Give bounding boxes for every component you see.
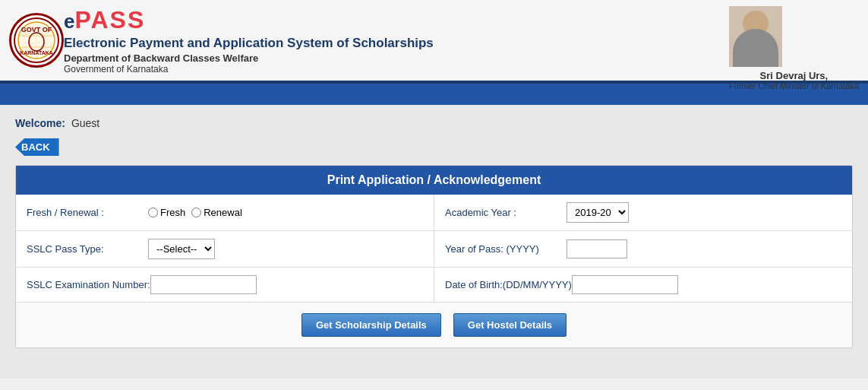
fresh-option-label[interactable]: Fresh <box>148 207 185 218</box>
person-photo <box>729 6 782 67</box>
dob-label: Date of Birth:(DD/MM/YYYY) <box>445 279 572 290</box>
sslc-exam-number-label: SSLC Examination Number: <box>27 279 150 290</box>
karnataka-logo: GOVT OF KARNATAKA <box>9 13 64 68</box>
sslc-pass-type-cell: SSLC Pass Type: --Select-- <box>16 231 434 267</box>
fresh-radio[interactable] <box>148 208 158 217</box>
header-person: Sri Devraj Urs, Former Chief Minister of… <box>729 6 859 90</box>
button-row: Get Scholarship Details Get Hostel Detai… <box>16 302 852 347</box>
year-of-pass-label: Year of Pass: (YYYY) <box>445 243 567 255</box>
svg-text:KARNATAKA: KARNATAKA <box>20 50 53 55</box>
academic-year-label: Academic Year : <box>445 207 567 218</box>
sslc-exam-number-input[interactable] <box>150 275 257 294</box>
form-row-2: SSLC Pass Type: --Select-- Year of Pass:… <box>16 230 852 267</box>
welcome-label: Welcome: <box>15 117 65 129</box>
fresh-option-text: Fresh <box>160 207 185 218</box>
sslc-pass-type-label: SSLC Pass Type: <box>27 243 148 255</box>
person-role: Former Chief Minister of Karnataka <box>729 81 859 90</box>
brand-e: e <box>64 10 74 33</box>
welcome-bar: Welcome: Guest <box>15 117 853 129</box>
welcome-user: Guest <box>71 117 99 129</box>
back-button[interactable]: BACK <box>15 138 59 156</box>
fresh-renewal-label: Fresh / Renewal : <box>27 207 148 218</box>
dob-input[interactable] <box>572 275 678 294</box>
content-area: Welcome: Guest BACK Print Application / … <box>0 105 868 379</box>
academic-year-select[interactable]: 2019-20 2018-19 2017-18 2016-17 <box>567 202 629 223</box>
form-body: Fresh / Renewal : Fresh Renewal Academic <box>16 195 852 347</box>
fresh-renewal-radio-group: Fresh Renewal <box>148 207 242 218</box>
fresh-renewal-cell: Fresh / Renewal : Fresh Renewal <box>16 195 434 230</box>
year-of-pass-cell: Year of Pass: (YYYY) <box>434 231 852 267</box>
form-row-3: SSLC Examination Number: Date of Birth:(… <box>16 267 852 302</box>
get-hostel-button[interactable]: Get Hostel Details <box>453 313 567 337</box>
get-scholarship-button[interactable]: Get Scholarship Details <box>301 313 441 337</box>
renewal-option-text: Renewal <box>204 207 242 218</box>
form-row-1: Fresh / Renewal : Fresh Renewal Academic <box>16 195 852 230</box>
header: GOVT OF KARNATAKA e PASS Electronic Paym… <box>0 0 868 84</box>
dob-cell: Date of Birth:(DD/MM/YYYY) <box>434 268 852 302</box>
sslc-pass-type-select[interactable]: --Select-- <box>148 239 215 259</box>
year-of-pass-input[interactable] <box>567 239 627 258</box>
renewal-option-label[interactable]: Renewal <box>191 207 242 218</box>
brand-pass: PASS <box>74 6 145 34</box>
renewal-radio[interactable] <box>191 208 201 217</box>
academic-year-cell: Academic Year : 2019-20 2018-19 2017-18 … <box>434 195 852 230</box>
form-panel: Print Application / Acknowledgement Fres… <box>15 165 853 348</box>
person-name: Sri Devraj Urs, <box>729 70 859 81</box>
form-panel-title: Print Application / Acknowledgement <box>16 166 852 195</box>
sslc-exam-number-cell: SSLC Examination Number: <box>16 268 434 302</box>
